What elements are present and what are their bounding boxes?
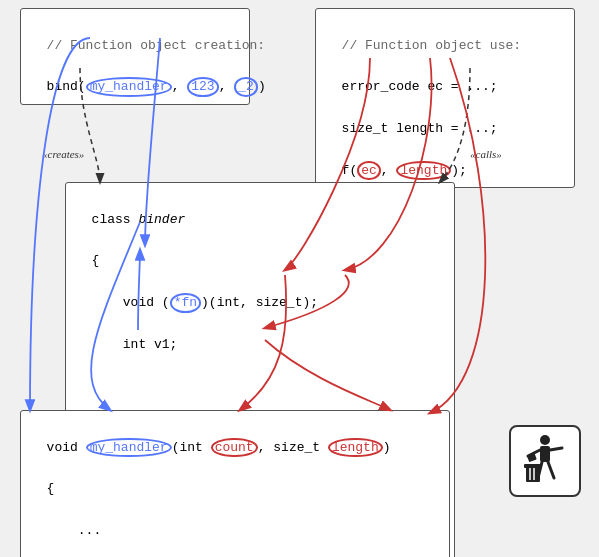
length-circle-use: length <box>396 161 451 181</box>
trash-box <box>509 425 581 497</box>
use-box: // Function object use: error_code ec = … <box>315 8 575 188</box>
handler-line3: ... <box>47 523 102 538</box>
svg-rect-6 <box>526 466 540 482</box>
creation-code: bind(my_handler, 123, _2) <box>47 79 266 94</box>
use-line3: f(ec, length); <box>342 163 467 178</box>
class-line4: int v1; <box>92 337 178 352</box>
calls-label: «calls» <box>470 148 502 160</box>
handler-line2: { <box>47 481 55 496</box>
length-circle-handler: length <box>328 438 383 458</box>
svg-rect-7 <box>524 464 542 468</box>
num-circle: 123 <box>187 77 218 97</box>
count-circle: count <box>211 438 258 458</box>
my-handler-circle: my_handler <box>86 77 172 97</box>
use-line2: size_t length = ...; <box>342 121 498 136</box>
class-line2: { <box>92 253 100 268</box>
creates-label: «creates» <box>42 148 84 160</box>
creation-comment: // Function object creation: <box>47 38 265 53</box>
trash-icon <box>520 434 570 489</box>
handler-box: void my_handler(int count, size_t length… <box>20 410 450 557</box>
svg-point-0 <box>540 435 550 445</box>
class-line3: void (*fn)(int, size_t); <box>92 295 318 310</box>
svg-line-5 <box>548 462 554 478</box>
p2-circle-creation: _2 <box>234 77 258 97</box>
creation-box: // Function object creation: bind(my_han… <box>20 8 250 105</box>
handler-line1: void my_handler(int count, size_t length… <box>47 440 391 455</box>
use-line1: error_code ec = ...; <box>342 79 498 94</box>
svg-rect-1 <box>540 446 550 462</box>
class-line1: class binder <box>92 212 186 227</box>
use-comment: // Function object use: <box>342 38 521 53</box>
handler-name-circle: my_handler <box>86 438 172 458</box>
fn-circle: *fn <box>170 293 201 313</box>
ec-circle: ec <box>357 161 381 181</box>
svg-line-3 <box>550 448 562 450</box>
